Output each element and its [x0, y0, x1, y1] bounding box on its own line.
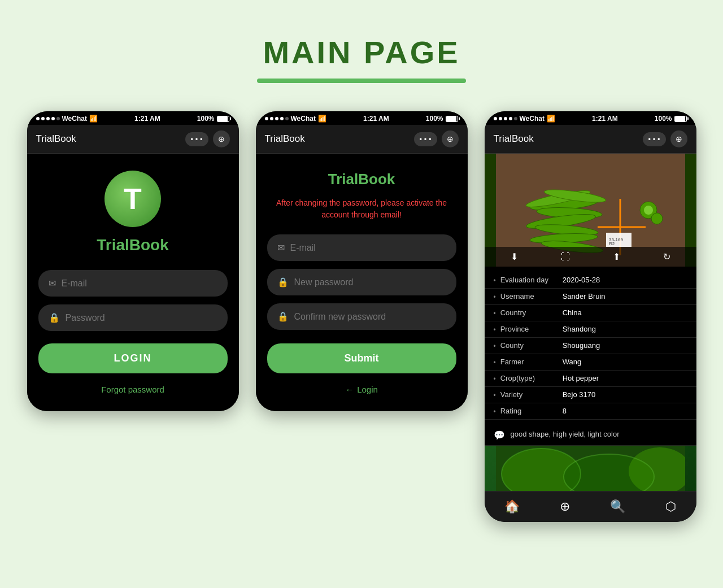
camera-btn-3[interactable]: ⊕ [670, 130, 687, 147]
watermelon-image[interactable] [485, 446, 696, 491]
app-name-1: TrialBook [36, 133, 76, 145]
time-3: 1:21 AM [592, 115, 618, 123]
page-title: MAIN PAGE [263, 34, 460, 71]
field-value: 2020-05-28 [563, 276, 600, 285]
bullet: • [494, 292, 496, 301]
table-row: • Variety Bejo 3170 [485, 387, 696, 403]
status-bar-2: WeChat 📶 1:21 AM 100% [256, 111, 468, 125]
more-btn-2[interactable]: • • • [414, 132, 437, 146]
field-label: Variety [500, 390, 563, 399]
table-row: • Farmer Wang [485, 354, 696, 371]
carrier-2: WeChat [291, 115, 316, 123]
add-nav-btn[interactable]: ⊕ [551, 497, 579, 516]
password-input[interactable] [66, 313, 217, 323]
reset-app-title: TrialBook [328, 171, 395, 188]
phone-reset: WeChat 📶 1:21 AM 100% TrialBook • • • ⊕ … [256, 111, 468, 411]
reset-email-wrapper: ✉ [267, 234, 456, 261]
field-value: Wang [563, 358, 581, 367]
reset-email-icon: ✉ [277, 242, 285, 253]
export-nav-btn[interactable]: ⬡ [656, 497, 685, 516]
svg-point-17 [651, 213, 663, 224]
submit-button[interactable]: Submit [267, 343, 456, 373]
bullet: • [494, 407, 496, 416]
new-password-wrapper: 🔒 [267, 269, 456, 295]
field-label: Farmer [500, 358, 563, 367]
back-login-link[interactable]: ← Login [345, 385, 378, 394]
password-field-wrapper: 🔒 [38, 304, 228, 331]
phones-row: WeChat 📶 1:21 AM 100% TrialBook • • • ⊕ … [27, 111, 696, 522]
share-btn[interactable]: ⬆ [613, 251, 620, 262]
carrier-1: WeChat [62, 115, 87, 123]
bullet: • [494, 308, 496, 317]
field-label: Crop(type) [500, 374, 563, 383]
table-row: • Province Shandong [485, 321, 696, 338]
more-btn-3[interactable]: • • • [643, 132, 666, 146]
camera-btn-1[interactable]: ⊕ [213, 130, 230, 147]
field-label: Evaluation day [500, 276, 563, 285]
table-row: • Username Sander Bruin [485, 289, 696, 305]
image-toolbar: ⬇ ⛶ ⬆ ↻ [485, 247, 696, 267]
new-password-input[interactable] [294, 277, 446, 288]
confirm-lock-icon: 🔒 [277, 311, 289, 322]
bullet: • [494, 390, 496, 399]
home-nav-btn[interactable]: 🏠 [495, 497, 529, 516]
reset-content: TrialBook After changing the password, p… [256, 154, 468, 411]
confirm-password-input[interactable] [294, 312, 446, 322]
search-nav-btn[interactable]: 🔍 [601, 497, 634, 516]
status-bar-3: WeChat 📶 1:21 AM 100% [485, 111, 696, 125]
field-value: Bejo 3170 [563, 390, 596, 399]
new-password-lock-icon: 🔒 [277, 277, 289, 288]
field-value: Hot pepper [563, 374, 599, 383]
svg-text:R2: R2 [609, 241, 615, 246]
field-value: 8 [563, 407, 567, 416]
comment-text: good shape, high yield, light color [511, 430, 620, 438]
bullet: • [494, 374, 496, 383]
download-btn[interactable]: ⬇ [511, 251, 518, 262]
comment-row: 💬 good shape, high yield, light color [485, 425, 696, 446]
expand-btn[interactable]: ⛶ [561, 251, 570, 262]
confirm-password-wrapper: 🔒 [267, 303, 456, 330]
comment-icon: 💬 [494, 430, 505, 441]
app-name-3: TrialBook [494, 133, 534, 145]
time-1: 1:21 AM [134, 115, 160, 123]
battery-icon-3 [674, 116, 687, 122]
wifi-icon-3: 📶 [547, 115, 555, 123]
lock-icon: 🔒 [49, 312, 60, 323]
time-2: 1:21 AM [363, 115, 389, 123]
bottom-nav: 🏠 ⊕ 🔍 ⬡ [485, 491, 696, 522]
login-app-title: TrialBook [97, 236, 169, 254]
reset-email-input[interactable] [290, 243, 446, 253]
field-value: China [563, 308, 582, 317]
forgot-password-link[interactable]: Forgot password [101, 385, 164, 394]
field-label: Country [500, 308, 563, 317]
app-name-2: TrialBook [265, 133, 305, 145]
table-row: • County Shouguang [485, 338, 696, 354]
phone-login: WeChat 📶 1:21 AM 100% TrialBook • • • ⊕ … [27, 111, 239, 411]
more-btn-1[interactable]: • • • [185, 132, 208, 146]
field-value: Shouguang [563, 341, 600, 350]
battery-text-1: 100% [197, 115, 215, 123]
field-value: Sander Bruin [563, 292, 606, 301]
bullet: • [494, 341, 496, 350]
svg-point-16 [644, 206, 653, 215]
email-input[interactable] [62, 278, 217, 289]
email-icon: ✉ [49, 278, 56, 289]
login-button[interactable]: LOGIN [38, 343, 228, 373]
camera-btn-2[interactable]: ⊕ [442, 130, 459, 147]
pepper-image[interactable]: 33-169 R2 ⬇ ⛶ ⬆ ↻ [485, 154, 696, 267]
wifi-icon-2: 📶 [318, 115, 326, 123]
top-nav-2: TrialBook • • • ⊕ [256, 125, 468, 154]
battery-text-2: 100% [426, 115, 443, 123]
field-label: Rating [500, 407, 563, 416]
top-nav-3: TrialBook • • • ⊕ [485, 125, 696, 154]
carrier-3: WeChat [520, 115, 545, 123]
back-arrow-icon: ← [345, 385, 354, 394]
field-value: Shandong [563, 325, 596, 334]
logo-letter: T [124, 182, 142, 216]
refresh-btn[interactable]: ↻ [663, 251, 670, 262]
phone-detail: WeChat 📶 1:21 AM 100% TrialBook • • • ⊕ [485, 111, 696, 522]
bullet: • [494, 325, 496, 334]
top-nav-1: TrialBook • • • ⊕ [27, 125, 239, 154]
table-row: • Evaluation day 2020-05-28 [485, 272, 696, 289]
battery-icon-2 [446, 116, 458, 122]
